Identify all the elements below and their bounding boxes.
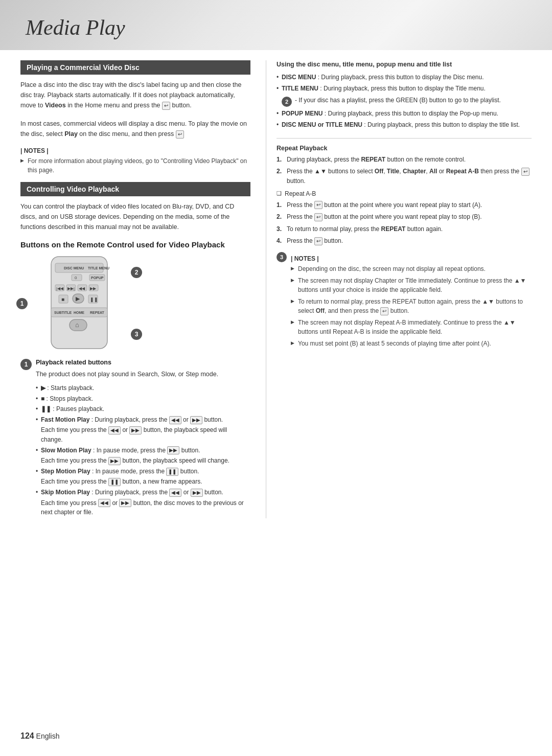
playback-slow-sub: Each time you press the ▶▶ button, the p… [36, 456, 250, 466]
playback-item-play: ▶ : Starts playback. [36, 383, 250, 393]
page-header: Media Play [0, 0, 552, 50]
pause-btn-icon: ❚❚ [166, 468, 178, 476]
playback-item-slow: Slow Motion Play : In pause mode, press … [36, 446, 250, 455]
svg-text:HOME: HOME [74, 311, 84, 314]
repeat-item-1: 1. During playback, press the REPEAT but… [277, 155, 532, 165]
notes-item-1: For more information about playing video… [20, 156, 250, 175]
section-controlling: Controlling Video Playback You can contr… [20, 182, 250, 232]
right-notes-section: | NOTES | Depending on the disc, the scr… [291, 251, 532, 351]
playback-item-stop: ■ : Stops playback. [36, 394, 250, 404]
ff-icon-2: ▶▶ [108, 457, 121, 465]
remote-svg: DISC MENU TITLE MENU POPUP 0 |◀◀ ▶▶| ◀◀ [31, 254, 128, 351]
skip-prev-icon: ◀◀ [169, 489, 181, 497]
right-note-5: You must set point (B) at least 5 second… [291, 339, 532, 348]
page-title: Media Play [26, 15, 526, 40]
right-column: Using the disc menu, title menu, popup m… [266, 60, 532, 518]
badge-3: 3 [131, 329, 142, 340]
play-icon: ▶ [41, 384, 45, 392]
disc-menu-dash-item: - If your disc has a playlist, press the… [295, 96, 501, 105]
repeat-ab-item-2: 2. Press the ↩ button at the point where… [277, 212, 532, 222]
section-commercial-disc: Playing a Commercial Video Disc Place a … [20, 60, 250, 175]
skip-next-icon-2: ▶▶ [119, 499, 131, 507]
badge-right-3: 3 [277, 252, 287, 262]
disc-menu-title: Using the disc menu, title menu, popup m… [277, 60, 532, 70]
right-note-4: The screen may not display Repeat A-B im… [291, 318, 532, 336]
svg-text:◀◀: ◀◀ [79, 286, 85, 291]
right-note-2: The screen may not display Chapter or Ti… [291, 276, 532, 294]
playback-fast-sub: Each time you press the ◀◀ or ▶▶ button,… [36, 425, 250, 444]
svg-text:SUBTITLE: SUBTITLE [54, 311, 72, 314]
playback-item-skip: Skip Motion Play : During playback, pres… [36, 488, 250, 497]
repeat-ab-label: Repeat A-B [277, 190, 532, 197]
repeat-playback-section: Repeat Playback 1. During playback, pres… [277, 145, 532, 186]
next-icon: ▶▶ [190, 416, 202, 424]
enter-icon: ↩ [162, 102, 170, 110]
svg-text:0: 0 [75, 276, 77, 280]
ff-icon: ▶▶ [167, 446, 179, 454]
disc-menu-item-4: DISC MENU or TITLE MENU : During playbac… [277, 120, 532, 130]
enter-icon-5: ↩ [314, 237, 323, 245]
playback-item-step: Step Motion Play : In pause mode, press … [36, 467, 250, 476]
svg-text:▶▶: ▶▶ [90, 286, 97, 291]
playback-item-fast: Fast Motion Play : During playback, pres… [36, 415, 250, 425]
svg-text:POPUP: POPUP [91, 276, 104, 280]
skip-prev-icon-2: ◀◀ [98, 499, 110, 507]
svg-text:■: ■ [61, 296, 64, 302]
playback-intro: The product does not play sound in Searc… [36, 369, 250, 379]
commercial-disc-body: Place a disc into the disc tray with the… [20, 80, 250, 110]
playback-item-pause: ❚❚ : Pauses playback. [36, 404, 250, 414]
next-icon-2: ▶▶ [129, 426, 142, 434]
section-header-commercial: Playing a Commercial Video Disc [20, 60, 250, 75]
section-header-controlling: Controlling Video Playback [20, 182, 250, 196]
prev-icon: ◀◀ [169, 416, 181, 424]
language-label: English [36, 732, 60, 740]
divider-1 [277, 138, 532, 139]
page-number-area: 124 English [20, 731, 60, 741]
left-column: Playing a Commercial Video Disc Place a … [20, 60, 266, 518]
repeat-playback-label: Repeat Playback [277, 145, 532, 152]
pause-btn-icon-2: ❚❚ [108, 478, 121, 486]
enter-icon-4: ↩ [314, 213, 323, 221]
page-number: 124 [20, 731, 34, 740]
remote-control-area: 1 DISC MENU TITLE MENU POPUP 0 [31, 254, 250, 353]
svg-text:❚❚: ❚❚ [90, 297, 98, 303]
skip-next-icon: ▶▶ [191, 489, 203, 497]
svg-text:|◀◀: |◀◀ [56, 286, 64, 291]
notes-label-1: | NOTES | [20, 147, 250, 154]
repeat-item-2: 2. Press the ▲▼ buttons to select Off, T… [277, 167, 532, 186]
badge-1: 1 [16, 298, 28, 309]
svg-text:REPEAT: REPEAT [90, 311, 105, 314]
stop-icon: ■ [41, 395, 44, 402]
playback-step-sub: Each time you press the ❚❚ button, a new… [36, 477, 250, 487]
enter-icon-repeat: ↩ [521, 168, 530, 176]
commercial-disc-body2: In most cases, commercial videos will di… [20, 119, 250, 139]
playback-label: Playback related buttons [36, 359, 250, 366]
pause-icon: ❚❚ [41, 405, 51, 413]
disc-menu-item-1: DISC MENU : During playback, press this … [277, 73, 532, 82]
badge-right-2: 2 [282, 97, 292, 107]
disc-menu-item-3: POPUP MENU : During playback, press this… [277, 109, 532, 119]
badge-2: 2 [131, 267, 142, 278]
controlling-body: You can control the playback of video fi… [20, 201, 250, 232]
svg-text:▶: ▶ [76, 295, 80, 302]
enter-icon-6: ↩ [380, 307, 388, 315]
svg-text:DISC MENU: DISC MENU [64, 266, 84, 270]
repeat-ab-section: Repeat A-B 1. Press the ↩ button at the … [277, 190, 532, 246]
right-note-3: To return to normal play, press the REPE… [291, 297, 532, 315]
disc-menu-item-2: TITLE MENU : During playback, press this… [277, 84, 532, 94]
svg-text:TITLE MENU: TITLE MENU [88, 266, 109, 270]
repeat-ab-item-3: 3. To return to normal play, press the R… [277, 224, 532, 234]
right-note-1: Depending on the disc, the screen may no… [291, 264, 532, 273]
buttons-heading: Buttons on the Remote Control used for V… [20, 240, 250, 249]
playback-section: 1 Playback related buttons The product d… [20, 359, 250, 517]
enter-icon-3: ↩ [314, 201, 323, 209]
section-buttons-heading: Buttons on the Remote Control used for V… [20, 240, 250, 249]
svg-text:⌂: ⌂ [75, 321, 79, 329]
enter-icon-2: ↩ [176, 130, 184, 139]
right-notes-label: | NOTES | [291, 255, 532, 262]
repeat-ab-item-1: 1. Press the ↩ button at the point where… [277, 200, 532, 210]
playback-skip-sub: Each time you press ◀◀ or ▶▶ button, the… [36, 498, 250, 517]
badge-playback-1: 1 [20, 359, 32, 370]
svg-text:▶▶|: ▶▶| [67, 286, 75, 291]
repeat-ab-item-4: 4. Press the ↩ button. [277, 236, 532, 246]
